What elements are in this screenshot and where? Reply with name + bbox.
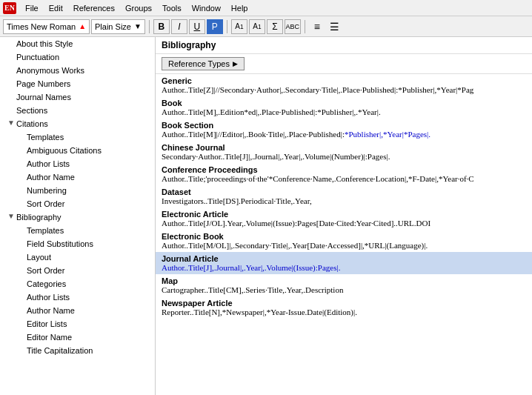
bib-authname-label: Author Name bbox=[27, 306, 155, 315]
align-center-button[interactable]: ☰ bbox=[327, 19, 343, 34]
sidebar-item-journalnames[interactable]: Journal Names bbox=[0, 90, 155, 104]
journal-label: Journal Names bbox=[16, 93, 155, 102]
about-label: About this Style bbox=[16, 39, 155, 48]
cit-sort-label: Sort Order bbox=[27, 199, 155, 208]
menu-references[interactable]: References bbox=[69, 3, 119, 13]
toolbar-separator-1 bbox=[149, 20, 150, 33]
citations-label: Citations bbox=[16, 119, 155, 128]
bib-entry-map: Map Cartographer..Title[CM],.Series·Titl… bbox=[156, 274, 532, 296]
sidebar-item-fieldsubstitutions[interactable]: Field Substitutions bbox=[0, 237, 155, 250]
bib-sort-label: Sort Order bbox=[27, 266, 155, 275]
sidebar-item-cit-sortorder[interactable]: Sort Order bbox=[0, 197, 155, 210]
app-logo: EN bbox=[3, 2, 16, 14]
bib-text-book: Author..Title[M],.Edition*ed|,.Place·Pub… bbox=[162, 107, 526, 116]
sidebar-item-layout[interactable]: Layout bbox=[0, 250, 155, 264]
bib-type-electronicarticle: Electronic Article bbox=[162, 210, 526, 219]
bib-tmpl-label: Templates bbox=[27, 226, 155, 235]
sidebar-item-cit-authorname[interactable]: Author Name bbox=[0, 170, 155, 184]
bib-authlists-icon bbox=[16, 292, 27, 302]
menu-tools[interactable]: Tools bbox=[158, 3, 186, 13]
bib-entry-book: Book Author..Title[M],.Edition*ed|,.Plac… bbox=[156, 96, 532, 119]
size-selector[interactable]: Plain Size ▼ bbox=[91, 19, 145, 34]
sidebar-item-titlecap[interactable]: Title Capitalization bbox=[0, 344, 155, 357]
bib-text-map: Cartographer..Title[CM],.Series·Title,.Y… bbox=[162, 285, 526, 294]
ref-types-arrow: ▶ bbox=[233, 60, 238, 67]
pagenum-label: Page Numbers bbox=[16, 79, 155, 88]
align-left-button[interactable]: ≡ bbox=[309, 19, 325, 34]
bib-text-confproc: Author..Title;'proceedings·of·the'*Confe… bbox=[162, 174, 526, 183]
ambig-tree-icon bbox=[16, 145, 27, 156]
superscript-button[interactable]: A1 bbox=[231, 19, 247, 34]
bib-entry-electronicarticle: Electronic Article Author..Title[J/OL].Y… bbox=[156, 208, 532, 230]
menu-file[interactable]: File bbox=[21, 3, 43, 13]
menu-window[interactable]: Window bbox=[187, 3, 225, 13]
sidebar-item-punctuation[interactable]: Punctuation bbox=[0, 50, 155, 64]
sidebar-item-sections[interactable]: Sections bbox=[0, 104, 155, 117]
content-area: Bibliography Reference Types ▶ Generic A… bbox=[156, 37, 532, 395]
font-dropdown-arrow: ▲ bbox=[79, 22, 86, 30]
layout-icon bbox=[16, 252, 27, 262]
sidebar-item-pagenumbers[interactable]: Page Numbers bbox=[0, 77, 155, 90]
cit-tmpl-tree-icon bbox=[16, 132, 27, 142]
bib-authlists-label: Author Lists bbox=[27, 293, 155, 302]
categories-icon bbox=[16, 279, 27, 289]
journal-tree-icon bbox=[6, 92, 16, 102]
bib-entry-confproc: Conference Proceedings Author..Title;'pr… bbox=[156, 163, 532, 185]
menu-edit[interactable]: Edit bbox=[44, 3, 67, 13]
punct-tree-icon bbox=[6, 52, 16, 62]
bib-entry-dataset: Dataset Investigators..Title[DS].Periodi… bbox=[156, 185, 532, 208]
plain-button[interactable]: P bbox=[207, 19, 223, 34]
sidebar-item-bib-sortorder[interactable]: Sort Order bbox=[0, 264, 155, 277]
smallcaps-button[interactable]: ABC bbox=[285, 19, 301, 34]
titlecap-icon bbox=[16, 345, 27, 356]
sidebar-item-ambiguous[interactable]: Ambiguous Citations bbox=[0, 144, 155, 157]
underline-button[interactable]: U bbox=[189, 19, 205, 34]
sidebar-item-bib-authorname[interactable]: Author Name bbox=[0, 304, 155, 317]
sidebar-item-editorname[interactable]: Editor Name bbox=[0, 331, 155, 344]
menubar: EN File Edit References Groups Tools Win… bbox=[0, 0, 532, 16]
sidebar-item-bib-templates[interactable]: Templates bbox=[0, 224, 155, 237]
bib-tree-icon: ▼ bbox=[6, 212, 16, 222]
sidebar-item-editorlists[interactable]: Editor Lists bbox=[0, 317, 155, 331]
sidebar-item-citations[interactable]: ▼ Citations bbox=[0, 117, 155, 130]
italic-button[interactable]: I bbox=[171, 19, 187, 34]
citations-tree-icon: ▼ bbox=[6, 119, 16, 129]
layout-label: Layout bbox=[27, 253, 155, 262]
menu-groups[interactable]: Groups bbox=[121, 3, 156, 13]
symbol-button[interactable]: Σ bbox=[267, 19, 283, 34]
subscript-button[interactable]: A1 bbox=[249, 19, 265, 34]
cit-tmpl-label: Templates bbox=[27, 133, 155, 142]
bib-text-electronicarticle: Author..Title[J/OL].Year,.Volume|(Issue)… bbox=[162, 219, 526, 228]
toolbar-separator-3 bbox=[305, 20, 305, 33]
sidebar-item-numbering[interactable]: Numbering bbox=[0, 184, 155, 197]
font-selector[interactable]: Times New Roman ▲ bbox=[3, 19, 90, 34]
main-layout: About this Style Punctuation Anonymous W… bbox=[0, 37, 532, 395]
size-label: Plain Size bbox=[95, 22, 131, 31]
content-body: Generic Author..Title[Z]|//Secondary·Aut… bbox=[156, 74, 532, 395]
ref-types-button[interactable]: Reference Types ▶ bbox=[162, 57, 245, 70]
sidebar-item-bibliography[interactable]: ▼ Bibliography bbox=[0, 210, 155, 224]
size-dropdown-arrow: ▼ bbox=[134, 22, 142, 30]
bib-entry-newspaper: Newspaper Article Reporter..Title[N],*Ne… bbox=[156, 296, 532, 319]
bib-text-chinesejournal: Secondary·Author..Title[J]|,.Journal|,.Y… bbox=[162, 152, 526, 161]
ambig-label: Ambiguous Citations bbox=[27, 146, 155, 155]
pagenum-tree-icon bbox=[6, 79, 16, 89]
bib-type-map: Map bbox=[162, 276, 526, 285]
sidebar-item-bib-authorlists[interactable]: Author Lists bbox=[0, 291, 155, 304]
bib-authname-icon bbox=[16, 305, 27, 316]
menu-help[interactable]: Help bbox=[227, 3, 253, 13]
editorlists-label: Editor Lists bbox=[27, 319, 155, 328]
sidebar-item-about[interactable]: About this Style bbox=[0, 37, 155, 50]
bold-button[interactable]: B bbox=[153, 19, 170, 34]
sidebar-item-categories[interactable]: Categories bbox=[0, 277, 155, 291]
sidebar-item-anonymous[interactable]: Anonymous Works bbox=[0, 64, 155, 77]
bib-type-booksection: Book Section bbox=[162, 121, 526, 130]
bib-text-electronicbook: Author..Title[M/OL]|,.Secondary·Title|,.… bbox=[162, 241, 526, 250]
numbering-label: Numbering bbox=[27, 186, 155, 195]
sidebar-item-cit-authorlists[interactable]: Author Lists bbox=[0, 157, 155, 170]
font-name: Times New Roman bbox=[7, 22, 76, 31]
anon-label: Anonymous Works bbox=[16, 66, 155, 75]
bib-entry-chinesejournal: Chinese Journal Secondary·Author..Title[… bbox=[156, 141, 532, 163]
sidebar-item-cit-templates[interactable]: Templates bbox=[0, 130, 155, 144]
sidebar: About this Style Punctuation Anonymous W… bbox=[0, 37, 156, 395]
